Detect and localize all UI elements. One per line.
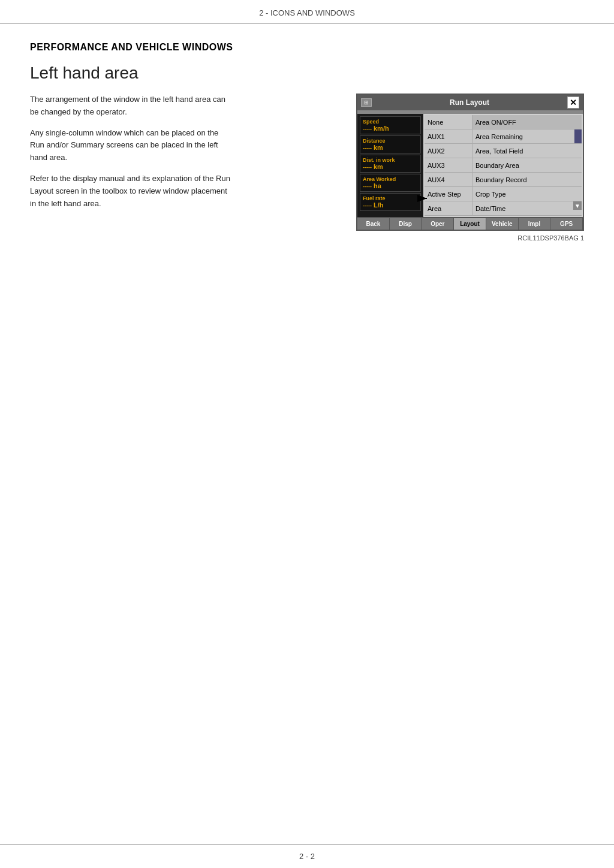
ui-titlebar: ⊞ Run Layout ✕	[357, 95, 583, 110]
ui-body: Speed ----- km/h Distance -----	[357, 114, 583, 217]
instrument-fuel-rate: Fuel rate ----- L/h	[360, 193, 421, 211]
page-header: 2 - ICONS AND WINDOWS	[0, 0, 614, 24]
layout-left-aux4: AUX4	[425, 173, 472, 186]
titlebar-icon: ⊞	[361, 98, 372, 107]
layout-row-aux1[interactable]: AUX1 Area Remaining	[425, 129, 582, 144]
layout-left-aux1: AUX1	[425, 129, 472, 143]
layout-left-aux2: AUX2	[425, 144, 472, 158]
tab-impl[interactable]: Impl	[519, 218, 551, 230]
footer-label: 2 - 2	[299, 852, 315, 861]
layout-left-aux3: AUX3	[425, 158, 472, 172]
layout-left-active-step: Active Step	[425, 187, 472, 201]
instrument-distance: Distance ----- km	[360, 135, 421, 153]
layout-row-area[interactable]: Area Date/Time ▼	[425, 201, 582, 216]
speed-label: Speed	[363, 119, 418, 125]
tab-vehicle[interactable]: Vehicle	[486, 218, 519, 230]
tab-layout[interactable]: Layout	[454, 218, 486, 230]
distance-value: ----- km	[363, 144, 418, 151]
layout-row-active-step[interactable]: Active Step Crop Type	[425, 187, 582, 201]
instrument-speed: Speed ----- km/h	[360, 116, 421, 134]
paragraph-3: Refer to the display manual and its expl…	[30, 173, 234, 210]
image-column: ⊞ Run Layout ✕ Speed	[252, 94, 584, 242]
dist-in-work-label: Dist. in work	[363, 157, 418, 163]
ui-caption: RCIL11DSP376BAG 1	[514, 234, 584, 242]
area-worked-label: Area Worked	[363, 176, 418, 182]
distance-label: Distance	[363, 138, 418, 144]
scroll-down-arrow[interactable]: ▼	[573, 201, 582, 210]
tab-gps[interactable]: GPS	[550, 218, 583, 230]
paragraph-2: Any single-column window which can be pl…	[30, 127, 234, 164]
paragraph-1: The arrangement of the window in the lef…	[30, 94, 234, 119]
text-column: The arrangement of the window in the lef…	[30, 94, 234, 218]
layout-row-aux4[interactable]: AUX4 Boundary Record	[425, 173, 582, 187]
titlebar-label: Run Layout	[450, 98, 489, 107]
ui-mockup-wrapper: ⊞ Run Layout ✕ Speed	[356, 94, 584, 231]
ui-right-panel: None Area ON/OFF AUX1 Area Remaining	[423, 114, 583, 217]
dist-in-work-value: ----- km	[363, 163, 418, 170]
speed-value: ----- km/h	[363, 125, 418, 132]
main-content: PERFORMANCE AND VEHICLE WINDOWS Left han…	[0, 24, 614, 266]
area-worked-value: ----- ha	[363, 182, 418, 189]
layout-right-boundary-record: Boundary Record	[472, 173, 582, 186]
ui-tabbar: Back Disp Oper Layout Vehicle Impl GPS	[357, 217, 583, 230]
header-title: 2 - ICONS AND WINDOWS	[259, 8, 355, 17]
layout-right-crop-type: Crop Type	[472, 187, 582, 201]
two-col-layout: The arrangement of the window in the lef…	[30, 94, 584, 242]
page-footer: 2 - 2	[0, 844, 614, 868]
section-title: PERFORMANCE AND VEHICLE WINDOWS	[30, 42, 584, 53]
instrument-area-worked: Area Worked ----- ha	[360, 174, 421, 192]
layout-right-date-time: Date/Time	[472, 201, 573, 215]
layout-row-aux3[interactable]: AUX3 Boundary Area	[425, 158, 582, 173]
fuel-rate-value: ----- L/h	[363, 201, 418, 209]
layout-right-area-onoff: Area ON/OFF	[472, 115, 582, 129]
layout-left-area: Area	[425, 201, 472, 215]
subsection-title: Left hand area	[30, 64, 584, 83]
layout-row-aux2[interactable]: AUX2 Area, Total Field	[425, 144, 582, 158]
tab-oper[interactable]: Oper	[422, 218, 454, 230]
ui-left-panel: Speed ----- km/h Distance -----	[357, 114, 423, 217]
ui-mockup: ⊞ Run Layout ✕ Speed	[356, 94, 584, 231]
fuel-rate-label: Fuel rate	[363, 195, 418, 201]
tab-disp[interactable]: Disp	[390, 218, 422, 230]
layout-right-area-remaining: Area Remaining	[472, 129, 574, 143]
layout-left-none: None	[425, 115, 472, 129]
layout-right-boundary-area: Boundary Area	[472, 158, 582, 172]
close-button[interactable]: ✕	[567, 97, 579, 108]
tab-back[interactable]: Back	[357, 218, 390, 230]
instrument-dist-in-work: Dist. in work ----- km	[360, 155, 421, 173]
layout-row-none[interactable]: None Area ON/OFF	[425, 115, 582, 129]
layout-right-area-total-field: Area, Total Field	[472, 144, 582, 158]
